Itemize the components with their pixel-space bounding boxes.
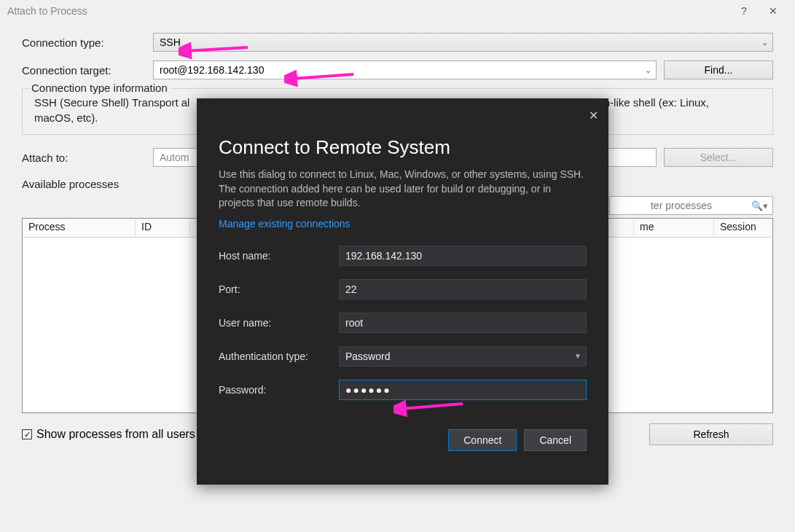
show-all-checkbox[interactable]: ✓: [22, 429, 32, 439]
connect-remote-modal: ✕ Connect to Remote System Use this dial…: [197, 98, 608, 485]
attach-to-value: Autom: [160, 152, 189, 163]
info-line2: macOS, etc).: [34, 112, 98, 124]
connection-target-input[interactable]: root@192.168.142.130 ⌄: [153, 60, 657, 79]
chevron-down-icon: ⌄: [761, 38, 768, 47]
info-line1: SSH (Secure Shell) Transport al: [34, 96, 189, 109]
search-icon: 🔍▾: [751, 200, 768, 211]
window-title: Attach to Process: [7, 5, 87, 17]
cancel-button[interactable]: Cancel: [524, 429, 587, 451]
modal-description: Use this dialog to connect to Linux, Mac…: [219, 168, 587, 211]
info-legend: Connection type information: [28, 82, 171, 94]
close-button[interactable]: ✕: [759, 5, 788, 17]
connection-type-value: SSH: [160, 36, 181, 48]
connection-target-value: root@192.168.142.130: [160, 64, 264, 76]
help-button[interactable]: ?: [729, 5, 759, 17]
connection-target-label: Connection target:: [22, 64, 153, 77]
port-input[interactable]: 22: [339, 279, 587, 300]
host-input[interactable]: 192.168.142.130: [339, 246, 587, 266]
col-me[interactable]: me: [634, 219, 714, 237]
chevron-down-icon: ⌄: [645, 66, 651, 75]
filter-placeholder: ter processes: [651, 200, 715, 211]
show-all-label: Show processes from all users: [36, 428, 195, 441]
attach-to-label: Attach to:: [22, 152, 153, 164]
select-button[interactable]: Select...: [664, 148, 773, 167]
user-label: User name:: [219, 317, 339, 329]
connection-type-select[interactable]: SSH ⌄: [153, 33, 773, 52]
connection-type-label: Connection type:: [22, 36, 153, 49]
password-label: Password:: [219, 384, 339, 396]
auth-select[interactable]: Password ▼: [339, 346, 587, 367]
port-label: Port:: [219, 283, 339, 295]
chevron-down-icon: ▼: [574, 352, 581, 360]
password-input[interactable]: ●●●●●●: [339, 380, 587, 400]
auth-label: Authentication type:: [219, 351, 339, 362]
connect-button[interactable]: Connect: [448, 429, 517, 451]
user-input[interactable]: root: [339, 313, 587, 333]
info-line1-suffix: n-like shell (ex: Linux,: [604, 96, 709, 109]
titlebar: Attach to Process ? ✕: [0, 0, 795, 22]
col-process[interactable]: Process: [23, 219, 136, 237]
modal-title: Connect to Remote System: [219, 136, 587, 159]
host-label: Host name:: [219, 250, 339, 262]
manage-connections-link[interactable]: Manage existing connections: [219, 218, 587, 230]
refresh-button[interactable]: Refresh: [649, 423, 773, 445]
modal-close-icon[interactable]: ✕: [589, 109, 598, 122]
col-id[interactable]: ID: [136, 219, 190, 237]
col-session[interactable]: Session: [714, 219, 772, 237]
filter-processes-input[interactable]: ter processes 🔍▾: [609, 196, 773, 215]
find-button[interactable]: Find...: [664, 60, 773, 79]
